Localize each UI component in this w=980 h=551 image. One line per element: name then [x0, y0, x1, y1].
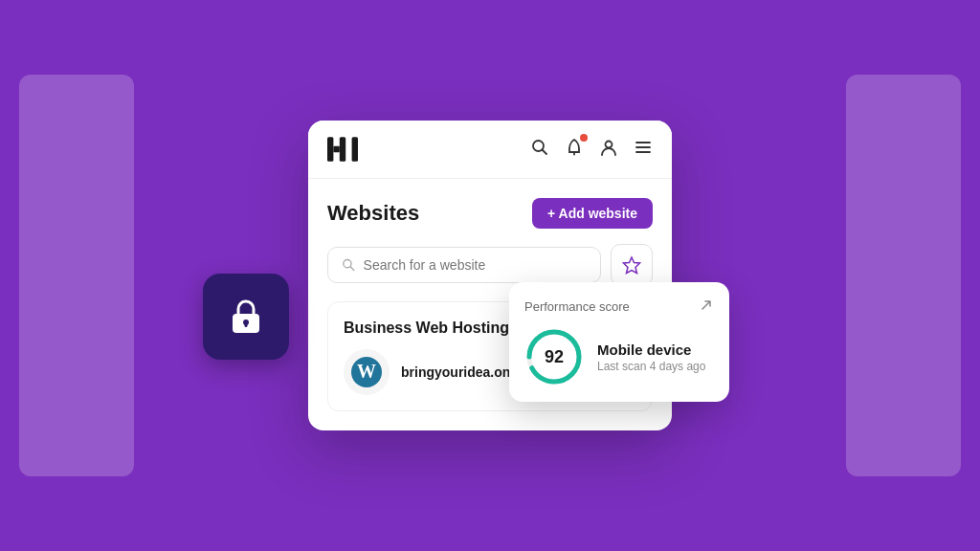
- svg-rect-4: [340, 137, 345, 162]
- left-panel: [19, 75, 134, 476]
- svg-line-16: [350, 267, 354, 271]
- performance-score: 92: [545, 347, 564, 367]
- svg-marker-17: [624, 257, 640, 274]
- search-input[interactable]: [364, 257, 587, 273]
- score-circle: 92: [524, 327, 584, 386]
- expand-icon[interactable]: [699, 298, 714, 316]
- menu-icon[interactable]: [634, 138, 653, 162]
- perf-info: Mobile device Last scan 4 days ago: [597, 342, 705, 373]
- svg-rect-5: [333, 146, 339, 152]
- svg-rect-3: [327, 137, 333, 162]
- brand-logo: [327, 136, 358, 163]
- search-icon[interactable]: [530, 138, 549, 162]
- star-icon: [622, 255, 641, 275]
- svg-text:W: W: [357, 361, 376, 382]
- add-website-button[interactable]: + Add website: [532, 198, 653, 229]
- logo: [327, 136, 358, 163]
- svg-rect-2: [245, 322, 248, 327]
- website-card-name: Business Web Hosting: [344, 320, 509, 337]
- perf-title: Performance score: [524, 299, 630, 314]
- notification-icon[interactable]: [565, 138, 584, 162]
- search-row: [327, 244, 653, 286]
- wordpress-logo: W: [344, 349, 390, 395]
- main-area: Websites + Add website: [289, 121, 691, 430]
- page-title: Websites: [327, 201, 419, 226]
- device-label: Mobile device: [597, 342, 705, 358]
- right-panel: [846, 75, 961, 476]
- content-header: Websites + Add website: [327, 198, 653, 229]
- svg-rect-6: [352, 137, 358, 162]
- navbar: [308, 121, 672, 179]
- svg-point-11: [606, 141, 612, 147]
- search-box[interactable]: [327, 247, 601, 283]
- lock-icon: [225, 296, 267, 338]
- perf-header: Performance score: [524, 298, 714, 316]
- svg-line-8: [543, 149, 547, 154]
- performance-card: Performance score 92 Mobile device Last: [509, 282, 729, 402]
- nav-icons: [530, 138, 653, 162]
- lock-card: [203, 274, 289, 360]
- star-button[interactable]: [611, 244, 653, 286]
- scan-label: Last scan 4 days ago: [597, 360, 705, 373]
- user-icon[interactable]: [599, 138, 618, 162]
- search-input-icon: [342, 257, 356, 273]
- notification-badge: [580, 134, 588, 142]
- perf-body: 92 Mobile device Last scan 4 days ago: [524, 327, 714, 386]
